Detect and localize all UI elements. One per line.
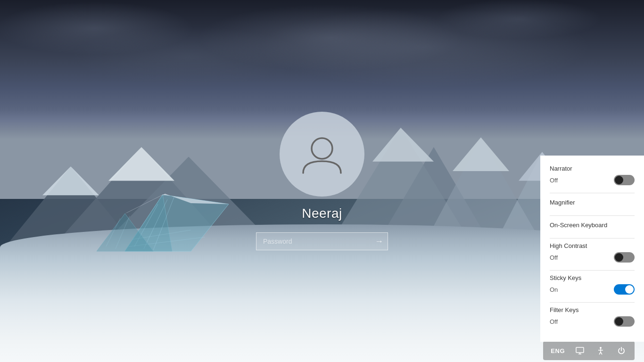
narrator-label: Narrator xyxy=(550,165,635,172)
power-button[interactable] xyxy=(616,345,627,356)
accessibility-button[interactable] xyxy=(595,345,606,356)
high-contrast-item: High Contrast Off xyxy=(550,242,635,263)
sticky-keys-item: Sticky Keys On xyxy=(550,274,635,295)
narrator-row: Off xyxy=(550,175,635,185)
sticky-keys-row: On xyxy=(550,284,635,295)
filter-keys-item: Filter Keys Off xyxy=(550,306,635,327)
login-panel: Neeraj → xyxy=(256,112,388,250)
password-input[interactable] xyxy=(256,232,388,250)
magnifier-item: Magnifier xyxy=(550,197,635,208)
sticky-keys-status: On xyxy=(550,286,558,293)
magnifier-label[interactable]: Magnifier xyxy=(550,197,635,208)
narrator-status: Off xyxy=(550,177,558,184)
display-settings-button[interactable] xyxy=(574,345,586,356)
sticky-keys-label: Sticky Keys xyxy=(550,274,635,281)
svg-point-24 xyxy=(312,138,332,159)
narrator-item: Narrator Off xyxy=(550,165,635,185)
high-contrast-label: High Contrast xyxy=(550,242,635,249)
onscreen-keyboard-label[interactable]: On-Screen Keyboard xyxy=(550,220,635,230)
building xyxy=(97,166,248,261)
divider-2 xyxy=(550,215,635,216)
filter-keys-toggle[interactable] xyxy=(614,316,635,327)
password-submit-button[interactable]: → xyxy=(375,237,383,247)
avatar xyxy=(280,112,364,197)
svg-rect-25 xyxy=(576,347,584,353)
filter-keys-status: Off xyxy=(550,318,558,325)
divider-4 xyxy=(550,270,635,271)
svg-marker-12 xyxy=(42,166,99,195)
filter-keys-row: Off xyxy=(550,316,635,327)
filter-keys-label: Filter Keys xyxy=(550,306,635,313)
svg-marker-6 xyxy=(453,138,509,172)
sticky-keys-toggle[interactable] xyxy=(614,284,635,295)
high-contrast-toggle[interactable] xyxy=(614,252,635,263)
bottom-bar: ENG xyxy=(0,339,644,362)
divider-5 xyxy=(550,302,635,303)
narrator-toggle[interactable] xyxy=(614,175,635,185)
accessibility-panel: Narrator Off Magnifier On-Screen Keyboar… xyxy=(540,156,644,342)
svg-point-28 xyxy=(600,347,602,349)
divider-1 xyxy=(550,193,635,193)
svg-line-31 xyxy=(599,352,601,354)
password-container: → xyxy=(256,232,388,250)
language-label[interactable]: ENG xyxy=(551,347,565,354)
username-label: Neeraj xyxy=(302,206,342,221)
bottom-icons-container: ENG xyxy=(543,341,635,360)
onscreen-keyboard-item: On-Screen Keyboard xyxy=(550,220,635,230)
high-contrast-status: Off xyxy=(550,254,558,261)
svg-line-32 xyxy=(601,352,602,354)
high-contrast-row: Off xyxy=(550,252,635,263)
divider-3 xyxy=(550,238,635,239)
